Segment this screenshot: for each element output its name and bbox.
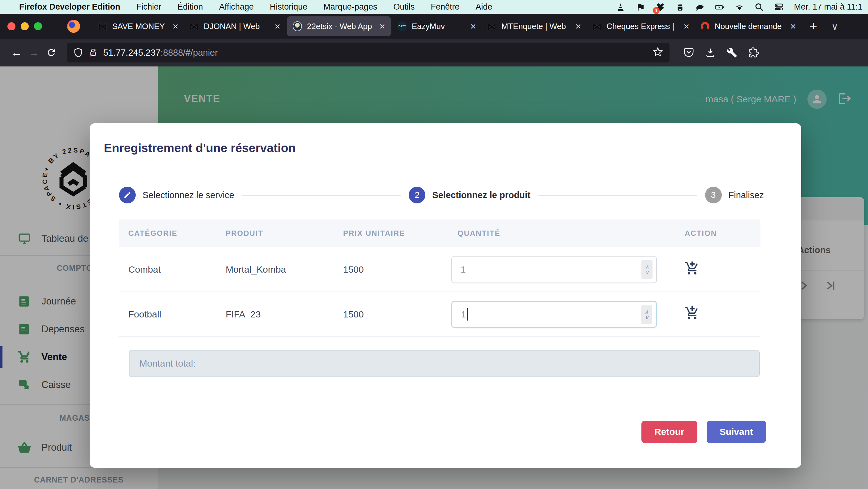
stepper-connector — [538, 195, 697, 196]
tab-favicon: ⋈ — [487, 22, 496, 31]
tab-close-icon[interactable]: × — [377, 21, 385, 32]
tab-close-icon[interactable]: × — [573, 21, 581, 32]
table-row: Combat Mortal_Komba 1500 1 ∧∨ — [119, 247, 761, 292]
tab-djonan[interactable]: ⋈ DJONAN | Web × — [184, 14, 286, 39]
dropbox-icon[interactable]: 1 — [655, 2, 665, 12]
quantity-value: 1 — [461, 309, 466, 319]
notification-flag-icon[interactable] — [636, 2, 645, 12]
menu-fenetre[interactable]: Fenêtre — [423, 2, 467, 12]
cell-categorie: Football — [119, 309, 216, 319]
cell-produit: Mortal_Komba — [216, 264, 334, 275]
step-3-label: Finalisez — [728, 190, 764, 200]
menu-historique[interactable]: Historique — [262, 2, 316, 12]
wifi-icon[interactable] — [735, 2, 744, 12]
text-cursor — [467, 308, 468, 320]
quantity-stepper[interactable]: ∧∨ — [641, 305, 652, 324]
table-header-row: CATÉGORIE PRODUIT PRIX UNITAIRE QUANTITÉ… — [119, 219, 761, 247]
android-icon[interactable] — [675, 2, 685, 12]
devtools-wrench-icon[interactable] — [723, 44, 741, 61]
cell-action — [675, 261, 761, 278]
tab-eazymuv[interactable]: EAZY EazyMuv × — [392, 14, 482, 39]
pocket-icon[interactable] — [680, 44, 698, 61]
forward-button[interactable]: → — [25, 44, 43, 61]
extensions-puzzle-icon[interactable] — [745, 44, 762, 61]
tab-favicon: ⋈ — [592, 22, 601, 31]
tab-save-money[interactable]: ⋈ SAVE MONEY | Web × — [92, 14, 184, 39]
menu-affichage[interactable]: Affichage — [211, 2, 262, 12]
window-controls — [0, 22, 50, 30]
tab-cheques-express[interactable]: ⋈ Cheques Express | W × — [587, 14, 695, 39]
suivant-button[interactable]: Suivant — [707, 421, 766, 443]
dropbox-badge: 1 — [653, 7, 660, 14]
menu-fichier[interactable]: Fichier — [128, 2, 169, 12]
retour-button[interactable]: Retour — [642, 421, 698, 443]
menu-bar-clock[interactable]: Mer. 17 mai à 11:1 — [794, 2, 862, 12]
tab-favicon — [293, 22, 302, 31]
col-header-categorie: CATÉGORIE — [119, 229, 216, 238]
spotlight-search-icon[interactable] — [754, 2, 764, 12]
tab-favicon: ⋈ — [98, 22, 107, 31]
cell-categorie: Combat — [119, 264, 216, 275]
quantity-input[interactable]: 1 ∧∨ — [451, 256, 657, 283]
col-header-prix-unitaire: PRIX UNITAIRE — [334, 229, 448, 238]
bookmark-star-icon[interactable] — [653, 47, 663, 58]
minimize-window-button[interactable] — [21, 22, 29, 30]
whale-icon[interactable] — [695, 2, 705, 12]
tab-22etsix-active[interactable]: 22etsix - Web App × — [287, 17, 391, 36]
step-2-label: Selectionnez le produit — [432, 190, 530, 200]
tracking-protection-shield-icon[interactable] — [73, 48, 83, 57]
stepper-connector — [242, 195, 401, 196]
tab-mtenquete[interactable]: ⋈ MTEnquete | Web × — [482, 14, 587, 39]
menu-edition[interactable]: Édition — [169, 2, 211, 12]
list-all-tabs-icon[interactable]: ∨ — [825, 21, 844, 32]
step-3-circle[interactable]: 3 — [705, 187, 722, 204]
close-window-button[interactable] — [7, 22, 16, 30]
step-1-circle[interactable] — [119, 187, 136, 204]
tab-close-icon[interactable]: × — [272, 21, 280, 32]
cell-prix-unitaire: 1500 — [334, 264, 448, 275]
screen: Firefox Developer Edition Fichier Éditio… — [0, 0, 868, 489]
menu-outils[interactable]: Outils — [385, 2, 423, 12]
zoom-window-button[interactable] — [34, 22, 42, 30]
tab-favicon: EAZY — [398, 22, 407, 31]
downloads-icon[interactable] — [702, 44, 719, 61]
quantity-value: 1 — [461, 264, 466, 275]
cell-prix-unitaire: 1500 — [334, 309, 448, 319]
tab-nouvelle-demande[interactable]: Nouvelle demande - × — [695, 14, 802, 39]
macos-menu-bar: Firefox Developer Edition Fichier Éditio… — [0, 0, 868, 14]
add-to-cart-icon[interactable] — [685, 306, 700, 320]
quantity-stepper[interactable]: ∧∨ — [642, 260, 653, 279]
control-center-icon[interactable] — [774, 2, 784, 12]
url-bar[interactable]: 51.77.245.237:8888/#/panier — [67, 43, 670, 62]
pencil-icon — [123, 191, 131, 199]
app-menu-title[interactable]: Firefox Developer Edition — [18, 2, 128, 12]
url-text: 51.77.245.237:8888/#/panier — [103, 48, 218, 58]
tab-favicon: ⋈ — [189, 22, 199, 31]
quantity-input-focused[interactable]: 1 ∧∨ — [451, 301, 657, 328]
insecure-lock-icon[interactable] — [88, 48, 98, 57]
vlc-icon[interactable] — [616, 2, 626, 12]
browser-nav-bar: ← → 51.77.245.237:8888/#/panier — [0, 39, 868, 66]
reload-button[interactable] — [43, 44, 60, 61]
tab-close-icon[interactable]: × — [170, 21, 178, 32]
modal-title: Enregistrement d'une réservation — [104, 141, 296, 155]
stepper: Selectionnez le service 2 Selectionnez l… — [119, 184, 772, 206]
tab-close-icon[interactable]: × — [787, 21, 796, 32]
col-header-quantite: QUANTITÉ — [448, 229, 675, 238]
tab-close-icon[interactable]: × — [468, 21, 476, 32]
add-to-cart-icon[interactable] — [685, 261, 700, 276]
cell-produit: FIFA_23 — [216, 309, 334, 319]
cell-action — [675, 306, 761, 323]
menu-aide[interactable]: Aide — [468, 2, 500, 12]
menu-marque-pages[interactable]: Marque-pages — [315, 2, 385, 12]
step-2-circle[interactable]: 2 — [409, 187, 425, 204]
col-header-produit: PRODUIT — [216, 229, 334, 238]
tab-close-icon[interactable]: × — [681, 21, 689, 32]
page-viewport: SPACE+ BY 22ETSIX • SPACE+ BY 22ETSIX • … — [0, 66, 868, 489]
browser-tab-bar: ⋈ SAVE MONEY | Web × ⋈ DJONAN | Web × 22… — [0, 14, 868, 39]
firefox-icon[interactable] — [67, 20, 80, 33]
new-tab-button[interactable]: + — [802, 19, 825, 34]
back-button[interactable]: ← — [8, 44, 25, 61]
reservation-modal: Enregistrement d'une réservation Selecti… — [90, 123, 801, 468]
tab-favicon — [701, 22, 710, 31]
